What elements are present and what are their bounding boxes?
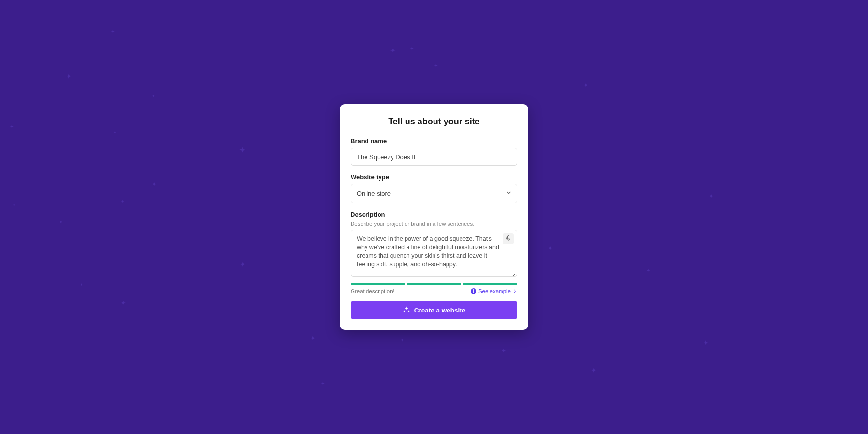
strength-bar-3 (463, 283, 517, 285)
description-textarea-wrapper (351, 230, 517, 279)
strength-bar-2 (407, 283, 461, 285)
card-title: Tell us about your site (351, 117, 517, 127)
see-example-link[interactable]: i See example (471, 288, 517, 294)
onboarding-card: Tell us about your site Brand name Websi… (340, 104, 528, 330)
info-icon: i (471, 288, 476, 294)
brand-name-input[interactable] (351, 148, 517, 166)
create-website-button[interactable]: Create a website (351, 301, 517, 319)
microphone-icon (505, 234, 511, 243)
description-textarea[interactable] (351, 230, 517, 277)
see-example-label: See example (478, 288, 511, 294)
website-type-select[interactable]: Online store (351, 184, 517, 203)
description-strength-meter (351, 283, 517, 285)
website-type-select-wrapper: Online store (351, 184, 517, 203)
feedback-text: Great description! (351, 288, 394, 294)
microphone-button[interactable] (503, 233, 514, 244)
feedback-row: Great description! i See example (351, 288, 517, 294)
description-field-group: Description Describe your project or bra… (351, 211, 517, 294)
sparkle-icon (403, 306, 410, 315)
website-type-field-group: Website type Online store (351, 174, 517, 203)
strength-bar-1 (351, 283, 405, 285)
brand-name-label: Brand name (351, 137, 517, 145)
description-label: Description (351, 211, 517, 218)
brand-name-field-group: Brand name (351, 137, 517, 166)
website-type-label: Website type (351, 174, 517, 181)
description-helper: Describe your project or brand in a few … (351, 221, 517, 227)
create-website-label: Create a website (414, 307, 466, 314)
chevron-right-icon (513, 289, 517, 294)
